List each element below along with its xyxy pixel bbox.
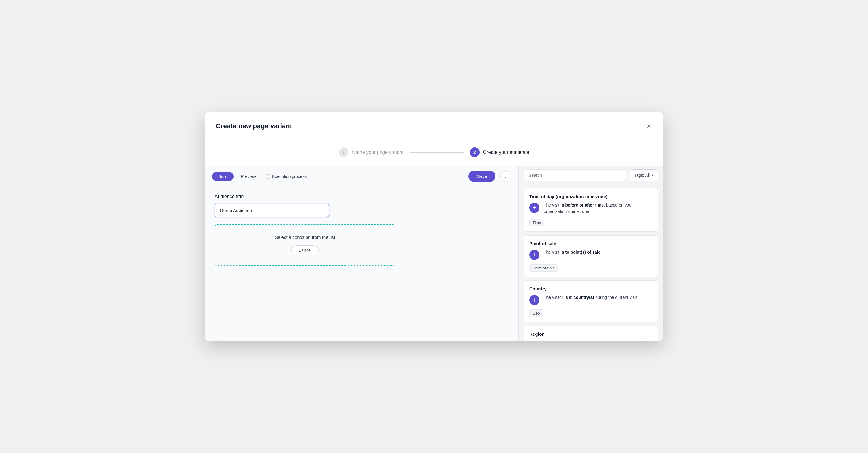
conditions-list: Time of day (organization time zone) + T… [519,185,663,341]
chevron-down-icon: ▾ [652,173,654,178]
audience-title-label: Audience title [215,194,509,199]
condition-card-2-title: Country [529,286,652,291]
condition-card-0-description: The visit is before or after time, based… [544,202,652,215]
condition-card-2: Country + The visitor is in country(s) d… [524,281,658,322]
audience-title-input[interactable] [215,204,329,217]
content-area: Build Preview i Execution process Save ›… [205,166,663,341]
save-button[interactable]: Save [468,171,495,182]
toolbar: Build Preview i Execution process Save › [205,166,518,187]
condition-card-2-description: The visitor is in country(s) during the … [544,294,637,301]
modal-header: Create new page variant × [205,112,663,139]
step-1-label: Name your page variant [352,149,404,155]
info-icon: i [266,174,270,179]
right-toolbar: Tags: All ▾ [519,166,663,185]
condition-card-1-title: Point of sale [529,241,652,246]
close-button[interactable]: × [646,121,652,132]
condition-card-1-body: + The visit is to point(s) of sale [529,249,652,260]
stepper: 1 Name your page variant 2 Create your a… [205,139,663,166]
cancel-button[interactable]: Cancel [291,245,318,255]
step-1: 1 Name your page variant [339,147,404,157]
step-2-circle: 2 [470,147,479,157]
condition-card-3: Region [524,326,658,341]
condition-card-2-body: + The visitor is in country(s) during th… [529,294,652,305]
condition-card-0-tag: Time [529,219,544,227]
condition-placeholder: Select a condition from the list [275,235,335,240]
chevron-right-icon: › [505,174,506,179]
condition-card-0-title: Time of day (organization time zone) [529,194,652,199]
condition-card-2-tag: Geo [529,309,544,317]
tags-button-label: Tags: All [634,173,650,178]
condition-card-1-description: The visit is to point(s) of sale [544,249,600,255]
search-input[interactable] [524,170,626,181]
execution-process-label: Execution process [272,174,307,179]
step-1-circle: 1 [339,147,348,157]
step-2-label: Create your audience [483,149,529,155]
add-condition-2-button[interactable]: + [529,295,539,305]
condition-drop-area: Select a condition from the list Cancel [215,224,396,266]
left-panel: Build Preview i Execution process Save ›… [205,166,518,341]
modal-title: Create new page variant [216,122,292,130]
step-2: 2 Create your audience [470,147,529,157]
add-condition-0-button[interactable]: + [529,203,539,213]
execution-process-btn[interactable]: i Execution process [262,172,310,181]
left-content: Audience title Select a condition from t… [205,187,518,341]
build-tab[interactable]: Build [212,172,234,181]
condition-card-1-tag: Point of Sale [529,264,558,272]
condition-card-1: Point of sale + The visit is to point(s)… [524,235,658,277]
chevron-right-button[interactable]: › [500,171,511,182]
preview-tab[interactable]: Preview [236,172,261,181]
condition-card-3-title: Region [529,332,652,337]
add-condition-1-button[interactable]: + [529,250,539,260]
create-page-variant-modal: Create new page variant × 1 Name your pa… [205,112,663,341]
condition-card-0-body: + The visit is before or after time, bas… [529,202,652,215]
condition-card-0: Time of day (organization time zone) + T… [524,188,658,232]
right-panel: Tags: All ▾ Time of day (organization ti… [518,166,663,341]
tags-filter-button[interactable]: Tags: All ▾ [629,170,658,181]
